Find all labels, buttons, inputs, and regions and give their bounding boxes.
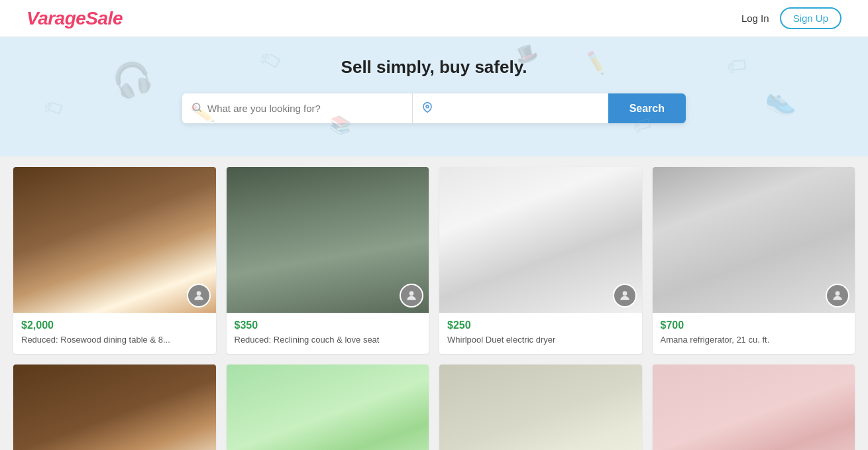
- product-image: [13, 167, 216, 313]
- card-image: [227, 167, 429, 313]
- card-title: Whirlpool Duet electric dryer: [447, 334, 634, 346]
- search-input-wrap: [182, 93, 413, 123]
- header: VarageSale Log In Sign Up: [0, 0, 868, 37]
- card-image: [13, 365, 216, 450]
- product-card[interactable]: [439, 365, 642, 450]
- logo[interactable]: VarageSale: [27, 8, 123, 29]
- search-button[interactable]: Search: [608, 93, 686, 123]
- card-title: Reduced: Rosewood dining table & 8...: [21, 334, 208, 346]
- card-title: Amana refrigerator, 21 cu. ft.: [661, 334, 847, 346]
- card-price: $700: [661, 319, 847, 331]
- product-card[interactable]: [227, 365, 429, 450]
- avatar: [613, 284, 637, 308]
- product-card[interactable]: $350 Reduced: Reclining couch & love sea…: [227, 167, 429, 354]
- product-card[interactable]: $2,000 Reduced: Rosewood dining table & …: [13, 167, 216, 354]
- avatar: [400, 284, 423, 308]
- product-card[interactable]: $700 Amana refrigerator, 21 cu. ft.: [653, 167, 855, 354]
- search-icon: [191, 102, 202, 115]
- svg-point-4: [409, 291, 414, 296]
- header-nav: Log In Sign Up: [741, 7, 841, 29]
- avatar: [826, 284, 849, 308]
- product-card[interactable]: $250 Whirlpool Duet electric dryer: [439, 167, 642, 354]
- location-input[interactable]: Tokyo, 13, Japan: [438, 93, 598, 123]
- product-image: [227, 365, 429, 450]
- product-grid: $2,000 Reduced: Rosewood dining table & …: [13, 167, 855, 450]
- card-info: $250 Whirlpool Duet electric dryer: [439, 313, 642, 354]
- hero-title: Sell simply, buy safely.: [13, 57, 855, 78]
- svg-point-3: [196, 291, 201, 296]
- svg-point-2: [426, 105, 429, 107]
- product-image: [227, 167, 429, 313]
- svg-point-5: [622, 291, 627, 296]
- product-image: [439, 167, 642, 313]
- card-info: $2,000 Reduced: Rosewood dining table & …: [13, 313, 216, 354]
- card-image: [653, 167, 855, 313]
- product-image: [13, 365, 216, 450]
- card-image: [439, 167, 642, 313]
- product-image: [653, 167, 855, 313]
- search-bar: Tokyo, 13, Japan Search: [182, 93, 686, 123]
- product-card[interactable]: [653, 365, 855, 450]
- logo-text: VarageSale: [27, 8, 123, 28]
- card-info: $350 Reduced: Reclining couch & love sea…: [227, 313, 429, 354]
- card-price: $2,000: [21, 319, 208, 331]
- card-price: $350: [235, 319, 421, 331]
- product-image: [653, 365, 855, 450]
- product-image: [439, 365, 642, 450]
- card-image: [653, 365, 855, 450]
- card-image: [13, 167, 216, 313]
- svg-point-6: [836, 291, 840, 296]
- signup-button[interactable]: Sign Up: [780, 7, 841, 29]
- svg-line-1: [199, 109, 201, 111]
- location-icon: [422, 102, 433, 115]
- card-title: Reduced: Reclining couch & love seat: [235, 334, 421, 346]
- deco-shoe: 👟: [763, 82, 801, 119]
- hero-banner: 🎧 🏷 ✏️ ✏️ 🏷 👟 📚 🏷 🏷 🎩 Sell simply, buy s…: [0, 37, 868, 156]
- avatar: [187, 284, 211, 308]
- card-image: [439, 365, 642, 450]
- card-image: [227, 365, 429, 450]
- location-wrap: Tokyo, 13, Japan: [413, 93, 608, 123]
- card-info: $700 Amana refrigerator, 21 cu. ft.: [653, 313, 855, 354]
- product-grid-container: $2,000 Reduced: Rosewood dining table & …: [0, 156, 868, 450]
- card-price: $250: [447, 319, 634, 331]
- product-card[interactable]: [13, 365, 216, 450]
- login-link[interactable]: Log In: [741, 13, 769, 24]
- search-input[interactable]: [207, 93, 403, 123]
- deco-tag4: 🏷: [40, 94, 66, 121]
